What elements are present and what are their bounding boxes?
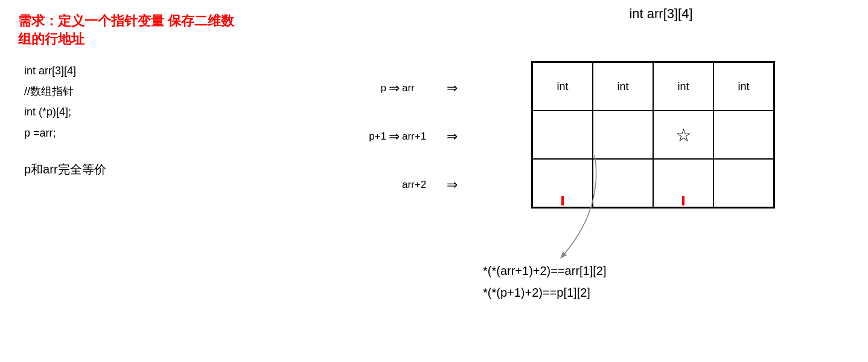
arrow-row-1: p+1 ⇒ arr+1 ⇒ <box>350 112 460 161</box>
cell-1-2: ☆ <box>653 111 713 159</box>
code-line-1: int arr[3][4] <box>24 60 247 81</box>
code-line-2: //数组指针 <box>24 81 247 102</box>
code-line-3: int (*p)[4]; <box>24 102 247 122</box>
left-panel: 需求：定义一个指针变量 保存二维数组的行地址 int arr[3][4] //数… <box>18 12 247 178</box>
equations: *(*(arr+1)+2)==arr[1][2] *(*(p+1)+2)==p[… <box>483 260 607 303</box>
cell-2-2 <box>653 159 713 207</box>
grid-row-2 <box>532 159 774 207</box>
label-arr1: arr+1 <box>402 131 444 143</box>
arrow-labels: p ⇒ arr ⇒ p+1 ⇒ arr+1 ⇒ ⇒ arr+2 ⇒ <box>350 64 460 209</box>
arrow-row-0: p ⇒ arr ⇒ <box>350 64 460 112</box>
grid-row-0: int int int int <box>532 62 774 111</box>
label-p1: p+1 <box>350 131 386 143</box>
code-block: int arr[3][4] //数组指针 int (*p)[4]; p =arr… <box>24 60 247 143</box>
cell-2-1 <box>593 159 653 207</box>
page-title: 需求：定义一个指针变量 保存二维数组的行地址 <box>18 12 247 48</box>
arrow-row-2: ⇒ arr+2 ⇒ <box>350 161 460 209</box>
label-arr: arr <box>402 82 444 94</box>
array-grid: int int int int ☆ <box>531 61 775 208</box>
main-page: 需求：定义一个指针变量 保存二维数组的行地址 int arr[3][4] //数… <box>0 0 868 362</box>
right-panel: int arr[3][4] p ⇒ arr ⇒ p+1 ⇒ arr+1 ⇒ <box>350 6 851 239</box>
cell-2-3 <box>713 159 774 207</box>
cell-1-1 <box>593 111 653 159</box>
red-mark-0 <box>561 196 564 205</box>
cell-0-3: int <box>713 62 774 111</box>
diagram-area: p ⇒ arr ⇒ p+1 ⇒ arr+1 ⇒ ⇒ arr+2 ⇒ <box>350 28 851 239</box>
cell-0-1: int <box>593 62 653 111</box>
equation-1: *(*(arr+1)+2)==arr[1][2] <box>483 260 607 282</box>
equation-2: *(*(p+1)+2)==p[1][2] <box>483 282 607 303</box>
arrow-0a: ⇒ <box>389 80 400 96</box>
arrow-0b: ⇒ <box>447 80 458 96</box>
code-line-4: p =arr; <box>24 123 247 143</box>
arrow-1b: ⇒ <box>447 129 458 144</box>
array-title: int arr[3][4] <box>471 6 851 22</box>
red-mark-2 <box>682 196 685 205</box>
summary-text: p和arr完全等价 <box>24 161 247 178</box>
cell-1-3 <box>713 111 774 159</box>
grid-row-1: ☆ <box>532 111 774 159</box>
cell-1-0 <box>532 111 593 159</box>
arrow-2b: ⇒ <box>447 177 458 193</box>
label-arr2: arr+2 <box>402 179 444 191</box>
cell-0-2: int <box>653 62 713 111</box>
cell-2-0 <box>532 159 593 207</box>
arrow-1a: ⇒ <box>389 129 400 144</box>
label-p: p <box>350 82 386 94</box>
cell-0-0: int <box>532 62 593 111</box>
